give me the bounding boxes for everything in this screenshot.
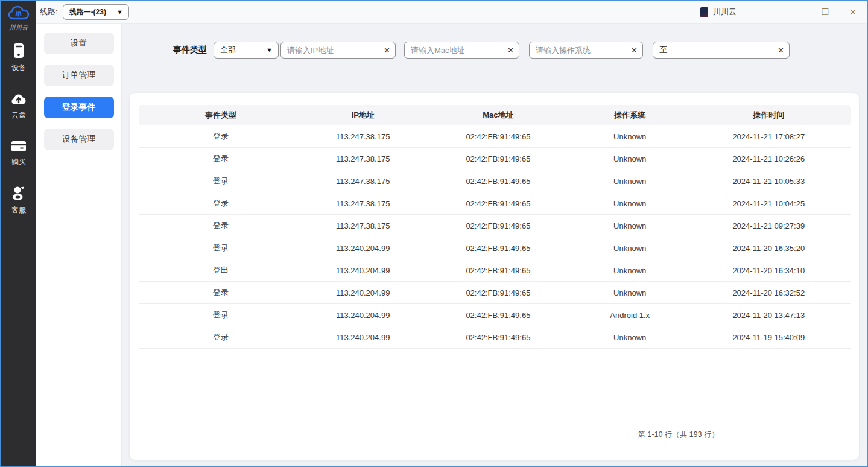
app-logo: 川川云 [8,4,30,32]
clear-os-icon[interactable]: ✕ [631,46,638,54]
clear-mac-icon[interactable]: ✕ [507,46,514,54]
close-button[interactable]: ✕ [839,1,867,24]
rail-nav: 设备 云盘 购买 [11,43,27,215]
minimize-button[interactable]: — [784,1,811,24]
table-row: 登录 113.240.204.99 02:42:FB:91:49:65 Andr… [139,304,851,326]
rail-item-label: 设备 [11,63,26,73]
table-cell: 2024-11-19 15:40:09 [687,333,851,342]
table-row: 登录 113.247.38.175 02:42:FB:91:49:65 Unkn… [139,170,851,192]
table-cell: Unknown [573,132,687,141]
table-cell: 113.247.38.175 [302,199,423,208]
event-type-select[interactable]: 全部 ▼ [214,42,279,59]
table-cell: Unknown [573,244,687,253]
table-cell: 登录 [139,176,302,186]
table-cell: 113.247.38.175 [302,221,423,230]
date-input[interactable] [653,42,790,59]
table-row: 登出 113.240.204.99 02:42:FB:91:49:65 Unkn… [139,259,851,282]
table-cell: 2024-11-20 16:34:10 [687,266,851,275]
sidebar-item-orders[interactable]: 订单管理 [44,65,114,86]
titlebar: 线路: 线路一-(23) ▼ 川川云 — ☐ ✕ [36,1,867,24]
table-cell: 113.240.204.99 [302,288,423,297]
pagination-status: 第 1-10 行（共 193 行） [638,430,719,440]
table-cell: 2024-11-21 17:08:27 [687,132,851,141]
table-cell: 登录 [139,131,302,142]
credit-card-icon [11,139,27,155]
mac-input[interactable] [404,42,519,59]
rail-item-label: 客服 [11,205,26,215]
table-cell: 登录 [139,332,302,343]
line-select-value: 线路一-(23) [69,7,106,17]
maximize-button[interactable]: ☐ [811,1,839,24]
table-cell: 登录 [139,287,302,298]
table-row: 登录 113.240.204.99 02:42:FB:91:49:65 Unkn… [139,237,851,259]
table-cell: Unknown [573,177,687,186]
table-row: 登录 113.247.38.175 02:42:FB:91:49:65 Unkn… [139,192,851,215]
sidebar-item-login-events[interactable]: 登录事件 [44,97,114,118]
table-cell: 02:42:FB:91:49:65 [423,288,573,297]
table-cell: 2024-11-20 13:47:13 [687,311,851,320]
events-table: 事件类型 IP地址 Mac地址 操作系统 操作时间 登录 113.247.38.… [139,105,851,349]
col-os: 操作系统 [573,110,687,121]
table-row: 登录 113.240.204.99 02:42:FB:91:49:65 Unkn… [139,326,851,349]
table-cell: 113.247.38.175 [302,154,423,164]
table-cell: 2024-11-21 10:05:33 [687,177,851,186]
main-content: 事件类型 全部 ▼ ✕ ✕ ✕ ✕ [122,24,867,466]
table-cell: Unknown [573,266,687,275]
rail-item-cloud-disk[interactable]: 云盘 [11,92,27,121]
ip-input[interactable] [280,42,396,59]
table-header: 事件类型 IP地址 Mac地址 操作系统 操作时间 [139,105,851,125]
table-cell: 02:42:FB:91:49:65 [423,199,573,208]
table-cell: 登录 [139,220,302,231]
mac-filter-field: ✕ [404,42,519,59]
rail-item-devices[interactable]: 设备 [11,43,26,73]
table-cell: 2024-11-21 10:26:26 [687,154,851,164]
chevron-down-icon: ▼ [116,9,123,15]
table-cell: 02:42:FB:91:49:65 [423,311,573,320]
table-cell: 2024-11-21 10:04:25 [687,199,851,208]
table-cell: 02:42:FB:91:49:65 [423,221,573,230]
table-cell: 02:42:FB:91:49:65 [423,132,573,141]
clear-ip-icon[interactable]: ✕ [384,46,390,54]
table-cell: Unknown [573,221,687,230]
rail-item-label: 购买 [11,157,26,167]
table-cell: 登录 [139,310,302,320]
left-rail: 川川云 设备 云 [1,1,36,466]
table-cell: 113.240.204.99 [302,266,423,275]
table-cell: Unknown [573,288,687,297]
rail-item-purchase[interactable]: 购买 [11,139,27,167]
os-input[interactable] [529,42,643,59]
table-row: 登录 113.240.204.99 02:42:FB:91:49:65 Unkn… [139,282,851,304]
table-cell: 113.240.204.99 [302,244,423,253]
table-cell: 2024-11-21 09:27:39 [687,221,851,230]
clear-date-icon[interactable]: ✕ [778,46,784,54]
app-window: 川川云 设备 云 [0,0,868,467]
line-select[interactable]: 线路一-(23) ▼ [63,4,129,20]
table-cell: 02:42:FB:91:49:65 [423,244,573,253]
app-window-icon [700,7,708,17]
table-cell: 113.240.204.99 [302,333,423,342]
rail-item-support[interactable]: 客服 [11,186,27,215]
table-cell: 02:42:FB:91:49:65 [423,266,573,275]
event-type-value: 全部 [220,45,236,56]
os-filter-field: ✕ [529,42,643,59]
support-icon [11,186,27,203]
table-cell: Unknown [573,199,687,208]
table-cell: 02:42:FB:91:49:65 [423,177,573,186]
cloud-upload-icon [11,92,27,109]
table-row: 登录 113.247.38.175 02:42:FB:91:49:65 Unkn… [139,215,851,237]
event-type-label: 事件类型 [173,45,207,56]
table-cell: 登录 [139,198,302,209]
table-cell: 登录 [139,153,302,164]
table-cell: 登出 [139,265,302,276]
col-mac: Mac地址 [423,110,573,121]
col-ip: IP地址 [302,110,423,121]
sidebar-item-device-management[interactable]: 设备管理 [44,129,114,150]
table-cell: 02:42:FB:91:49:65 [423,333,573,342]
logo-text: 川川云 [9,24,28,32]
secondary-sidebar: 设置 订单管理 登录事件 设备管理 [36,24,122,466]
ip-filter-field: ✕ [280,42,396,59]
sidebar-item-settings[interactable]: 设置 [44,33,114,54]
table-cell: Unknown [573,333,687,342]
chevron-down-icon: ▼ [266,47,273,53]
table-cell: Unknown [573,154,687,164]
